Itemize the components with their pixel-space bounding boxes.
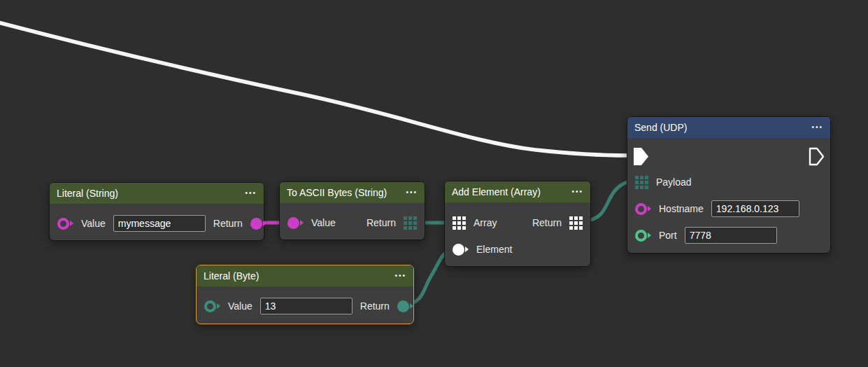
port-arrow-icon [70, 221, 73, 226]
hostname-field[interactable] [711, 200, 799, 217]
node-title: Literal (Byte) [204, 270, 259, 282]
hollow-circle-port-icon [635, 230, 647, 242]
wire-exec-to-send-udp[interactable] [0, 22, 628, 155]
return-output-port[interactable] [250, 218, 266, 230]
port-arrow-icon [300, 220, 304, 226]
port-arrow-icon [217, 303, 220, 309]
value-label: Value [81, 218, 106, 229]
return-label: Return [213, 218, 243, 229]
port-arrow-icon [465, 247, 469, 252]
wire-array-to-payload[interactable] [588, 181, 629, 221]
payload-label: Payload [656, 176, 692, 188]
node-literal-string[interactable]: Literal (String) ••• Value Return [49, 182, 264, 241]
return-output-port[interactable] [397, 300, 413, 312]
filled-circle-port-icon [250, 218, 262, 230]
hollow-circle-port-icon [57, 218, 69, 230]
node-add-element-array[interactable]: Add Element (Array) ••• Array Return Ele… [444, 181, 591, 267]
exec-input-icon[interactable] [633, 147, 649, 166]
node-header[interactable]: Literal (String) ••• [50, 183, 264, 204]
filled-circle-port-icon [287, 217, 299, 229]
node-header[interactable]: Send (UDP) ••• [627, 117, 830, 138]
value-input-port[interactable] [204, 300, 220, 312]
return-label: Return [367, 217, 396, 228]
array-label: Array [474, 217, 497, 228]
hollow-circle-port-icon [635, 203, 647, 215]
node-title: Send (UDP) [634, 122, 687, 133]
port-arrow-icon [263, 221, 266, 226]
node-literal-byte[interactable]: Literal (Byte) ••• Value Return [196, 265, 414, 324]
node-header[interactable]: Literal (Byte) ••• [197, 265, 413, 286]
node-title: Literal (String) [57, 188, 118, 199]
port-arrow-icon [410, 303, 413, 309]
node-title: Add Element (Array) [452, 186, 541, 198]
filled-circle-port-icon [397, 300, 409, 312]
return-label: Return [532, 217, 562, 228]
port-arrow-icon [648, 206, 651, 212]
hostname-input-port[interactable] [635, 203, 651, 215]
value-field[interactable] [113, 215, 206, 232]
node-send-udp[interactable]: Send (UDP) ••• Payload Hos [627, 116, 831, 254]
port-label: Port [659, 230, 677, 241]
value-input-port[interactable] [57, 218, 73, 230]
menu-dots-icon[interactable]: ••• [571, 188, 583, 195]
port-input-port[interactable] [635, 230, 651, 242]
array-grid-port-icon[interactable] [404, 216, 417, 230]
menu-dots-icon[interactable]: ••• [406, 189, 418, 196]
value-input-port[interactable] [287, 217, 304, 229]
hollow-circle-port-icon [204, 300, 216, 312]
payload-grid-port-icon[interactable] [635, 176, 648, 189]
return-label: Return [360, 300, 390, 312]
node-title: To ASCII Bytes (String) [287, 187, 387, 198]
exec-output-icon[interactable] [809, 147, 825, 166]
value-field[interactable] [260, 298, 353, 314]
element-label: Element [476, 244, 512, 255]
node-header[interactable]: To ASCII Bytes (String) ••• [280, 182, 425, 203]
element-input-port[interactable] [453, 244, 469, 256]
value-label: Value [311, 217, 336, 228]
return-grid-port-icon[interactable] [569, 216, 583, 230]
node-to-ascii-bytes[interactable]: To ASCII Bytes (String) ••• Value Return [279, 181, 425, 240]
filled-circle-port-icon [453, 244, 464, 256]
menu-dots-icon[interactable]: ••• [245, 190, 257, 197]
hostname-label: Hostname [659, 203, 704, 214]
array-grid-port-icon[interactable] [453, 216, 466, 230]
menu-dots-icon[interactable]: ••• [811, 124, 823, 131]
port-arrow-icon [648, 233, 651, 238]
node-header[interactable]: Add Element (Array) ••• [445, 181, 590, 202]
node-graph-canvas[interactable]: Literal (String) ••• Value Return To AS [0, 0, 868, 367]
port-field[interactable] [685, 227, 777, 244]
value-label: Value [228, 300, 252, 312]
menu-dots-icon[interactable]: ••• [394, 272, 406, 279]
